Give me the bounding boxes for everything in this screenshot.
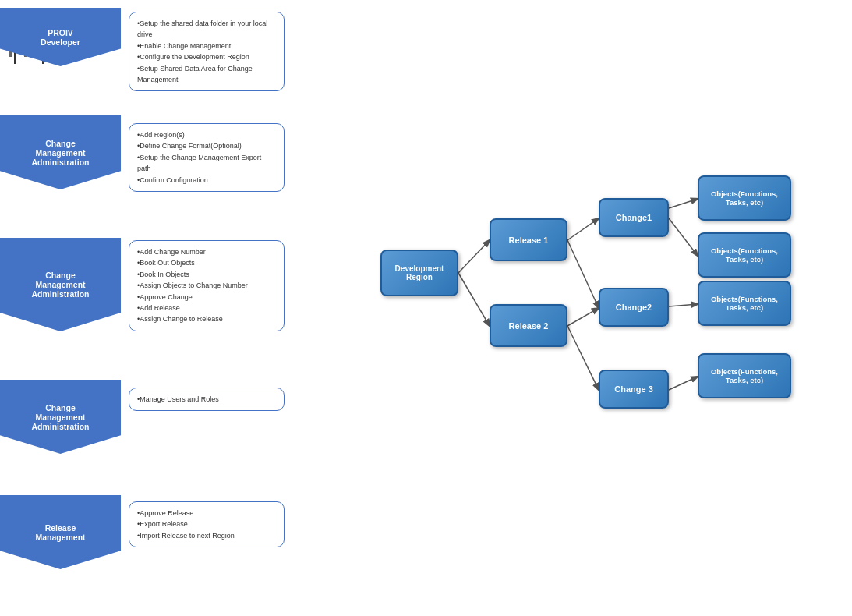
node-obj3: Objects(Functions, Tasks, etc) [698, 281, 791, 326]
chevron-1: PROIV Developer [0, 8, 121, 66]
node-change2-label: Change2 [616, 303, 652, 312]
chevron-2: Change Management Administration [0, 115, 121, 189]
svg-line-25 [669, 377, 698, 390]
chevron-row-3: Change Management Administration [0, 238, 121, 331]
info-box-5: •Approve Release •Export Release •Import… [129, 501, 285, 547]
chevron-row-2: Change Management Administration [0, 115, 121, 189]
chevron-label-1: PROIV Developer [41, 28, 80, 47]
node-change1-label: Change1 [616, 213, 652, 222]
node-obj4-label: Objects(Functions, Tasks, etc) [699, 367, 790, 384]
node-obj2-label: Objects(Functions, Tasks, etc) [699, 246, 790, 264]
node-release2: Release 2 [490, 304, 567, 347]
node-obj2: Objects(Functions, Tasks, etc) [698, 232, 791, 278]
node-obj1-label: Objects(Functions, Tasks, etc) [699, 189, 790, 207]
node-release1-label: Release 1 [509, 235, 549, 245]
chevron-row-1: PROIV Developer [0, 8, 121, 66]
svg-line-23 [669, 218, 698, 256]
node-obj4: Objects(Functions, Tasks, etc) [698, 353, 791, 398]
chevron-row-4: Change Management Administration [0, 380, 121, 454]
right-section: Development Region Release 1 Release 2 C… [357, 0, 852, 616]
node-dev-region-label: Development Region [382, 264, 457, 281]
svg-line-16 [458, 240, 490, 273]
info-box-4: •Manage Users and Roles [129, 388, 285, 411]
node-obj1: Objects(Functions, Tasks, etc) [698, 175, 791, 221]
left-section: → PROIV Developer •Setup the shared data… [0, 0, 359, 616]
chevron-label-2: Change Management Administration [31, 139, 89, 167]
node-release2-label: Release 2 [509, 321, 549, 331]
svg-line-21 [567, 326, 599, 390]
svg-line-17 [458, 273, 490, 326]
node-dev-region: Development Region [380, 250, 458, 296]
info-box-3: •Add Change Number •Book Out Objects •Bo… [129, 240, 285, 331]
node-change1: Change1 [599, 198, 669, 237]
node-change3-label: Change 3 [614, 384, 653, 394]
chevron-label-4: Change Management Administration [31, 403, 89, 431]
svg-line-19 [567, 240, 599, 308]
chevron-4: Change Management Administration [0, 380, 121, 454]
svg-line-22 [669, 199, 698, 208]
svg-line-24 [669, 304, 698, 306]
chevron-5: Release Management [0, 495, 121, 569]
chevron-row-5: Release Management [0, 495, 121, 569]
info-box-1: •Setup the shared data folder in your lo… [129, 12, 285, 91]
node-change3: Change 3 [599, 370, 669, 409]
chevron-label-3: Change Management Administration [31, 271, 89, 299]
node-obj3-label: Objects(Functions, Tasks, etc) [699, 295, 790, 312]
node-change2: Change2 [599, 288, 669, 327]
chevron-label-5: Release Management [35, 523, 85, 542]
svg-line-20 [567, 308, 599, 326]
node-release1: Release 1 [490, 218, 567, 261]
chevron-3: Change Management Administration [0, 238, 121, 331]
svg-line-18 [567, 218, 599, 240]
info-box-2: •Add Region(s) •Define Change Format(Opt… [129, 123, 285, 192]
